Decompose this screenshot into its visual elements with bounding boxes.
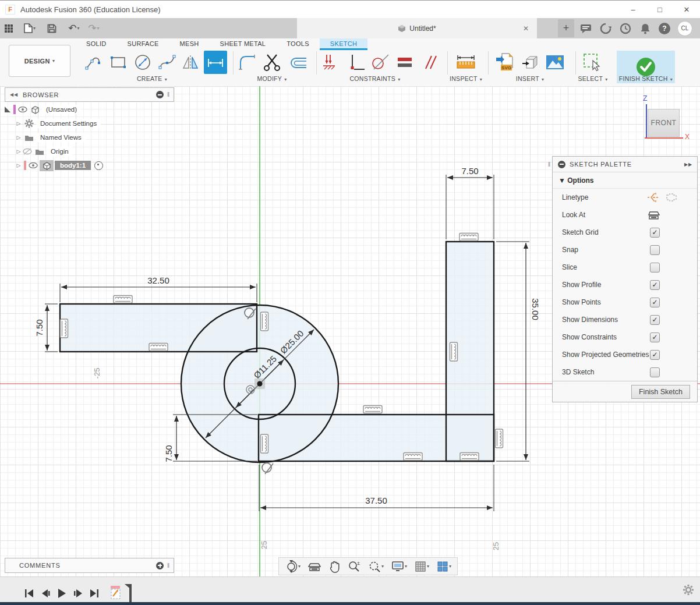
eye-icon[interactable] xyxy=(28,162,38,168)
grid-settings-icon[interactable]: ▾ xyxy=(415,561,429,572)
origin-point[interactable] xyxy=(254,378,265,389)
browser-collapse-icon[interactable]: ◀◀ xyxy=(10,92,18,97)
circle-tool-icon[interactable] xyxy=(133,52,153,72)
fit-view-icon[interactable]: ▾ xyxy=(368,560,384,573)
activate-component-radio[interactable] xyxy=(94,161,103,170)
notification-bell-icon[interactable] xyxy=(639,22,652,35)
sketch-palette-header[interactable]: SKETCH PALETTE ▶▶ xyxy=(553,157,697,172)
finish-sketch-label[interactable]: FINISH SKETCH ▾ xyxy=(619,75,673,82)
finish-sketch-palette-button[interactable]: Finish Sketch xyxy=(631,385,690,399)
play-icon[interactable] xyxy=(57,588,66,599)
line-tool-icon[interactable] xyxy=(84,52,104,72)
tangent-constraint-icon[interactable] xyxy=(370,52,390,72)
vertical-horizontal-constraint-icon[interactable] xyxy=(347,52,367,72)
add-comment-icon[interactable] xyxy=(156,562,164,569)
redo-icon[interactable]: ↷▾ xyxy=(85,21,102,36)
expander-icon[interactable]: ▷ xyxy=(15,162,22,168)
tab-solid[interactable]: SOLID xyxy=(76,38,117,50)
browser-root-row[interactable]: (Unsaved) xyxy=(5,102,168,116)
dimension-tool-icon[interactable] xyxy=(204,51,227,74)
palette-grip[interactable]: ‖ xyxy=(548,161,550,168)
display-settings-icon[interactable]: ▾ xyxy=(391,561,407,572)
step-back-icon[interactable] xyxy=(41,588,50,599)
file-menu-icon[interactable]: ▾ xyxy=(21,21,38,36)
insert-group-label[interactable]: INSERT ▾ xyxy=(516,75,544,82)
expander-icon[interactable]: ▷ xyxy=(15,121,22,126)
centerline-linetype-icon[interactable] xyxy=(664,192,677,203)
close-button[interactable]: ✕ xyxy=(673,1,700,18)
show-profile-checkbox[interactable]: ✓ xyxy=(650,280,660,290)
comment-icon[interactable] xyxy=(579,22,592,35)
job-status-icon[interactable] xyxy=(599,22,612,35)
viewcube[interactable]: FRONT xyxy=(648,109,680,137)
construction-linetype-icon[interactable] xyxy=(646,192,659,203)
expander-icon[interactable]: ▷ xyxy=(15,135,22,140)
constraints-group-label[interactable]: CONSTRAINTS ▾ xyxy=(349,75,400,82)
step-forward-icon[interactable] xyxy=(73,588,83,599)
browser-minimize-icon[interactable] xyxy=(156,91,164,98)
3d-sketch-checkbox[interactable] xyxy=(650,367,660,377)
expander-icon[interactable]: ▷ xyxy=(15,148,22,154)
create-group-label[interactable]: CREATE ▾ xyxy=(137,75,167,82)
insert-mesh-icon[interactable] xyxy=(521,52,540,72)
show-constraints-checkbox[interactable]: ✓ xyxy=(650,332,660,342)
document-tab[interactable]: Untitled* ✕ xyxy=(297,18,537,38)
body-row[interactable]: ▷ body1:1 xyxy=(5,158,168,172)
save-icon[interactable] xyxy=(43,21,61,36)
parallel-constraint-icon[interactable] xyxy=(419,52,439,72)
tab-sketch[interactable]: SKETCH xyxy=(320,38,367,50)
look-at-icon[interactable] xyxy=(648,210,660,220)
spline-tool-icon[interactable] xyxy=(157,52,177,72)
insert-svg-icon[interactable]: SVG xyxy=(495,52,515,72)
viewports-icon[interactable]: ▾ xyxy=(437,561,451,572)
zoom-icon[interactable]: ± xyxy=(348,560,360,573)
named-views-row[interactable]: ▷ Named Views xyxy=(5,130,168,144)
select-tool-icon[interactable] xyxy=(582,52,602,72)
equal-constraint-icon[interactable] xyxy=(395,52,415,72)
fix-constraint-icon[interactable] xyxy=(319,52,339,72)
sketch-grid-checkbox[interactable]: ✓ xyxy=(650,228,660,238)
pan-icon[interactable] xyxy=(328,560,340,573)
origin-label[interactable]: Origin xyxy=(47,147,73,156)
snap-checkbox[interactable] xyxy=(650,245,660,255)
document-settings-label[interactable]: Document Settings xyxy=(36,119,101,128)
insert-canvas-icon[interactable] xyxy=(545,52,565,72)
offset-tool-icon[interactable] xyxy=(288,52,307,72)
tab-mesh[interactable]: MESH xyxy=(169,38,210,50)
design-workspace-dropdown[interactable]: DESIGN ▾ xyxy=(9,45,70,77)
trim-tool-icon[interactable] xyxy=(262,52,282,72)
root-label[interactable]: (Unsaved) xyxy=(42,105,81,114)
eye-hidden-icon[interactable] xyxy=(22,148,33,155)
eye-icon[interactable] xyxy=(17,107,28,112)
look-at-icon[interactable] xyxy=(308,561,321,572)
palette-expand-icon[interactable]: ▶▶ xyxy=(684,162,692,167)
timeline-marker[interactable] xyxy=(125,583,133,604)
help-icon[interactable]: ? xyxy=(659,23,670,34)
comments-panel-header[interactable]: COMMENTS ‖ xyxy=(5,558,174,573)
palette-minimize-icon[interactable] xyxy=(558,161,565,168)
go-to-end-icon[interactable] xyxy=(90,588,99,599)
document-settings-row[interactable]: ▷ Document Settings xyxy=(5,116,168,130)
inspect-group-label[interactable]: INSPECT ▾ xyxy=(450,75,482,82)
select-group-label[interactable]: SELECT ▾ xyxy=(578,75,607,82)
minimize-button[interactable]: – xyxy=(620,1,646,18)
close-tab-icon[interactable]: ✕ xyxy=(523,24,529,33)
timeline-gear-icon[interactable] xyxy=(683,584,694,596)
maximize-button[interactable]: □ xyxy=(646,1,673,18)
orbit-icon[interactable]: ▾ xyxy=(285,560,300,573)
measure-tool-icon[interactable] xyxy=(455,52,475,72)
clock-icon[interactable] xyxy=(619,22,632,35)
body-label[interactable]: body1:1 xyxy=(55,161,91,170)
show-projected-geometries-checkbox[interactable]: ✓ xyxy=(650,350,660,360)
modify-group-label[interactable]: MODIFY ▾ xyxy=(257,75,287,82)
rectangle-tool-icon[interactable] xyxy=(108,52,128,72)
new-tab-button[interactable]: + xyxy=(558,19,574,37)
show-dimensions-checkbox[interactable]: ✓ xyxy=(650,315,660,325)
show-points-checkbox[interactable]: ✓ xyxy=(650,298,660,307)
mirror-tool-icon[interactable] xyxy=(181,52,200,72)
go-to-start-icon[interactable] xyxy=(24,588,34,599)
origin-row[interactable]: ▷ Origin xyxy=(5,144,168,158)
expander-open-icon[interactable] xyxy=(5,107,12,112)
tab-sheet-metal[interactable]: SHEET METAL xyxy=(210,38,277,50)
timeline-sketch-feature[interactable] xyxy=(109,583,125,603)
